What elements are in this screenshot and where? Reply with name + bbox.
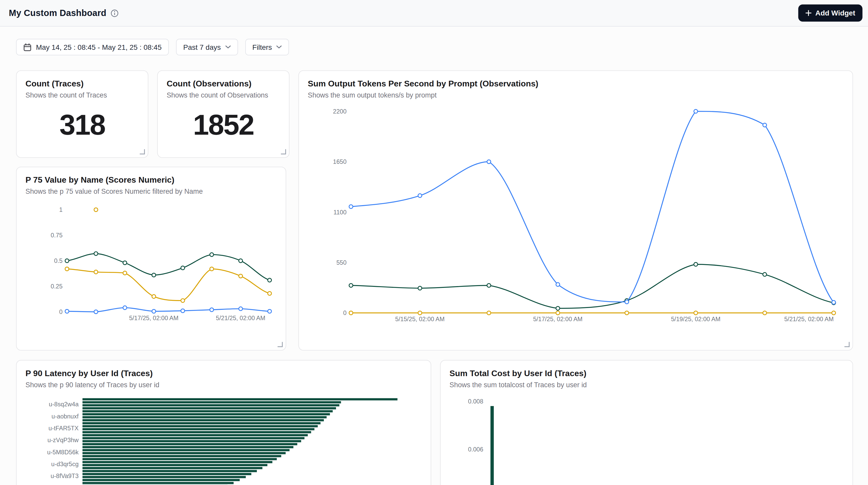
dashboard-page: My Custom Dashboard Add Widget: [0, 0, 868, 485]
widget-title: Sum Total Cost by User Id (Traces): [450, 368, 843, 378]
svg-text:0: 0: [59, 308, 62, 315]
widget-card-count-observations: Count (Observations) Shows the count of …: [157, 70, 289, 158]
svg-text:5/17/25, 02:00 AM: 5/17/25, 02:00 AM: [533, 316, 583, 323]
date-range-label: May 14, 25 : 08:45 - May 21, 25 : 08:45: [36, 43, 162, 51]
add-widget-button[interactable]: Add Widget: [798, 4, 862, 22]
svg-text:0.006: 0.006: [468, 446, 483, 453]
calendar-icon: [23, 43, 31, 51]
svg-text:0.75: 0.75: [51, 232, 63, 239]
resize-handle-icon[interactable]: [277, 342, 283, 347]
widget-card-sum-total-cost: Sum Total Cost by User Id (Traces) Shows…: [440, 360, 853, 485]
svg-text:u-tFAR5TX: u-tFAR5TX: [49, 425, 79, 432]
filters-dropdown[interactable]: Filters: [245, 39, 289, 55]
svg-text:u-8fVa9T3: u-8fVa9T3: [51, 473, 79, 479]
widget-title: P 75 Value by Name (Scores Numeric): [26, 175, 277, 184]
widget-card-sum-output-tokens: Sum Output Tokens Per Second by Prompt (…: [298, 70, 853, 351]
widget-subtitle: Shows the count of Traces: [26, 91, 139, 99]
resize-handle-icon[interactable]: [140, 149, 145, 154]
p75-value-chart: 00.250.50.7515/17/25, 02:00 AM5/21/25, 0…: [26, 202, 278, 325]
svg-text:5/21/25, 02:00 AM: 5/21/25, 02:00 AM: [216, 315, 265, 322]
widget-subtitle: Shows the p 75 value of Scores Numeric f…: [26, 188, 277, 195]
add-widget-label: Add Widget: [815, 9, 856, 17]
toolbar: May 14, 25 : 08:45 - May 21, 25 : 08:45 …: [16, 39, 289, 55]
svg-text:u-aobnuxf: u-aobnuxf: [52, 413, 79, 420]
page-title: My Custom Dashboard: [9, 8, 106, 18]
svg-text:1100: 1100: [334, 209, 347, 216]
sum-output-tokens-chart: 05501100165022005/15/25, 02:00 AM5/17/25…: [308, 106, 845, 329]
time-preset-dropdown[interactable]: Past 7 days: [176, 39, 238, 55]
svg-text:550: 550: [336, 259, 346, 266]
svg-text:0.008: 0.008: [468, 398, 483, 405]
widget-title: Count (Observations): [166, 79, 280, 88]
widget-subtitle: Shows the p 90 latency of Traces by user…: [26, 381, 422, 389]
widget-title: P 90 Latency by User Id (Traces): [26, 368, 422, 378]
widget-subtitle: Shows the count of Observations: [166, 91, 280, 99]
chevron-down-icon: [276, 46, 282, 49]
svg-text:5/19/25, 02:00 AM: 5/19/25, 02:00 AM: [671, 316, 720, 323]
date-range-picker[interactable]: May 14, 25 : 08:45 - May 21, 25 : 08:45: [16, 39, 169, 55]
p90-latency-chart: u-8sq2w4au-aobnuxfu-tFAR5TXu-zVqP3hwu-5M…: [26, 395, 423, 485]
widget-card-p90-latency: P 90 Latency by User Id (Traces) Shows t…: [16, 360, 431, 485]
widget-subtitle: Shows the sum totalcost of Traces by use…: [450, 381, 843, 389]
svg-text:2200: 2200: [333, 108, 347, 115]
count-value: 1852: [166, 99, 280, 149]
widget-subtitle: Shows the sum output tokens/s by prompt: [308, 91, 844, 99]
info-icon[interactable]: [111, 9, 119, 17]
svg-text:u-d3qr5cg: u-d3qr5cg: [51, 461, 79, 467]
svg-text:0.5: 0.5: [54, 257, 63, 264]
filters-label: Filters: [252, 43, 272, 51]
resize-handle-icon[interactable]: [844, 342, 850, 347]
widget-card-count-traces: Count (Traces) Shows the count of Traces…: [16, 70, 148, 158]
svg-text:u-5M8D56k: u-5M8D56k: [47, 449, 79, 456]
dashboard-header: My Custom Dashboard Add Widget: [0, 0, 868, 27]
svg-text:u-zVqP3hw: u-zVqP3hw: [48, 437, 79, 444]
svg-text:0: 0: [343, 310, 347, 316]
time-preset-label: Past 7 days: [183, 43, 221, 51]
count-value: 318: [26, 99, 139, 149]
sum-total-cost-chart: 0.0080.006: [450, 395, 845, 485]
widget-title: Sum Output Tokens Per Second by Prompt (…: [308, 79, 844, 88]
svg-text:1650: 1650: [333, 158, 347, 165]
plus-icon: [805, 10, 811, 16]
widget-title: Count (Traces): [26, 79, 139, 88]
widget-card-p75-value: P 75 Value by Name (Scores Numeric) Show…: [16, 166, 286, 351]
svg-text:5/17/25, 02:00 AM: 5/17/25, 02:00 AM: [129, 315, 179, 322]
svg-text:5/21/25, 02:00 AM: 5/21/25, 02:00 AM: [784, 316, 834, 323]
svg-text:5/15/25, 02:00 AM: 5/15/25, 02:00 AM: [395, 316, 445, 323]
resize-handle-icon[interactable]: [281, 149, 286, 154]
svg-text:u-8sq2w4a: u-8sq2w4a: [49, 401, 79, 407]
svg-text:1: 1: [59, 207, 62, 213]
chevron-down-icon: [225, 46, 230, 49]
svg-text:0.25: 0.25: [51, 283, 63, 290]
